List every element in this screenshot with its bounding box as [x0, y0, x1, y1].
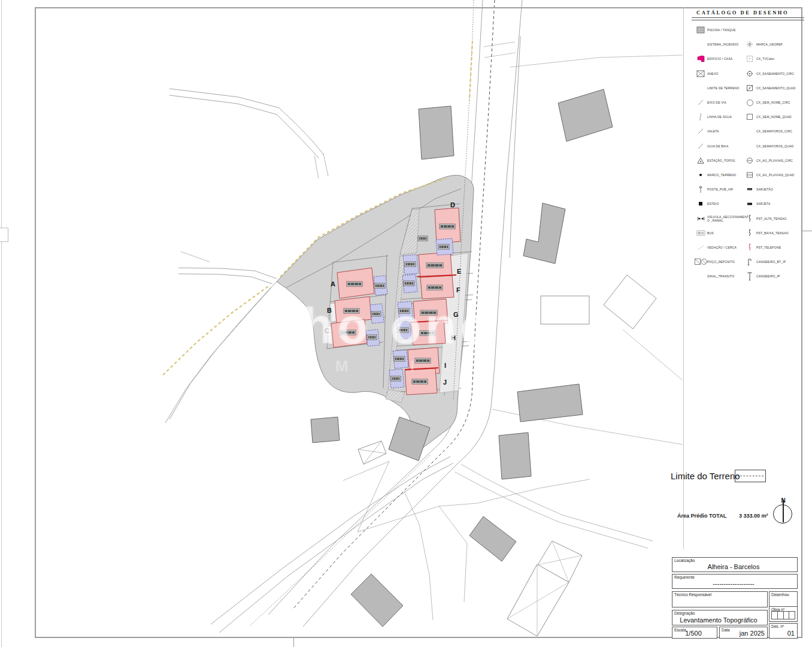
legend-item: PST_TELEFONE: [743, 240, 803, 255]
legend-title-rule: [692, 17, 804, 20]
data-value: jan 2025: [720, 630, 765, 637]
bar2-icon: [743, 200, 756, 207]
legend-item: MARCA_GEOREF: [743, 37, 803, 52]
legend-row: VEDAÇÃO / CERCAPST_TELEFONE: [692, 240, 804, 255]
field-escala: Escala 1/500: [672, 627, 717, 639]
lamptall-icon: [743, 271, 756, 281]
triangle-icon: [694, 157, 707, 164]
fold-mark-bottom: [293, 638, 294, 647]
legend-row: EIXO DE VIACX_SEM_NOME_CIRC: [692, 95, 804, 110]
legend-item-label: CX_AG_PLUVIAIS_QUAD: [756, 173, 799, 177]
legend-item-label: CX_AG_PLUVIAIS_CIRC: [756, 159, 799, 162]
bus-icon: BUS: [694, 229, 707, 237]
des-numero-label: Des. nº: [771, 624, 784, 628]
legend-item: CX_SANEAMENTO_CIRC: [743, 66, 803, 81]
legend-item-label: PISCINA / TANQUE: [707, 28, 750, 32]
legend-item-label: PST_ALTA_TENSAO: [756, 217, 799, 220]
legend-row: ANEXOCX_SANEAMENTO_CIRC: [692, 66, 804, 81]
desenhou-label: Desenhou: [771, 592, 789, 597]
legend-row: BUSBUSPST_BAIXA_TENSAO: [692, 226, 804, 240]
legend-item-label: CX_SANEAMENTO_CIRC: [756, 72, 799, 75]
legend-item: CANDEEIRO_BT_IP: [743, 255, 803, 269]
field-des-numero: Des. nº 01: [769, 623, 798, 639]
georef-icon: [743, 41, 756, 48]
legend-item: CX_AG_PLUVIAIS_CIRC: [743, 153, 803, 168]
building-icon: [694, 55, 707, 62]
legend-row: VÁLVULA_SECCIONAMENTO _RAMALPST_ALTA_TEN…: [692, 211, 804, 225]
requerente-label: Requerente: [674, 575, 695, 579]
field-desenhou: Desenhou: [769, 591, 798, 607]
legend-item: CANDEEIRO_IP: [743, 269, 803, 283]
legend-item: CX_TVCabo: [743, 52, 803, 66]
localizacao-value: Alheira - Barcelos: [672, 563, 795, 570]
field-data: Data jan 2025: [719, 627, 768, 639]
legend-item: PISCINA / TANQUE: [694, 23, 752, 37]
limite-terreno-swatch: [735, 470, 766, 482]
squiggle-icon: [694, 113, 707, 121]
well-icon: [694, 258, 707, 265]
valve-icon: [694, 215, 707, 222]
legend-row: POÇO_DEPOSITOCANDEEIRO_BT_IP: [692, 255, 804, 269]
annex-icon: [694, 70, 707, 77]
legend-panel: CATÁLOGO DE DESENHO PISCINA / TANQUESIST…: [692, 10, 804, 283]
diag-icon: [694, 99, 707, 106]
legend-item-label: PST_TELEFONE: [756, 246, 799, 249]
legend-item: SARJETA: [743, 196, 803, 211]
north-needle: [783, 500, 784, 522]
legend-item-label: CX_SANEAMENTO_QUAD: [756, 86, 799, 90]
bolt-icon: [743, 214, 756, 222]
legend-item: SARJETÃO: [743, 182, 803, 196]
sq-icon: [743, 113, 756, 120]
legend-item-label: CX_SEM_NOME_QUAD: [756, 115, 799, 119]
legend-item-label: SARJETÃO: [756, 188, 799, 191]
legend-item: CX_AG_PLUVIAIS_QUAD: [743, 168, 803, 182]
legend-item-label: CX_SEMAFOROS_CIRC: [756, 129, 799, 133]
pole-icon: [694, 186, 707, 194]
des-numero-value: 01: [769, 630, 795, 637]
dashed-line-sample: [737, 476, 763, 476]
legend-row: VALETACX_SEMAFOROS_CIRC: [692, 124, 804, 138]
bar-icon: [743, 186, 756, 193]
gearc-icon: [743, 70, 756, 77]
legend-row: MARCO_TERRENOCX_AG_PLUVIAIS_QUAD: [692, 168, 804, 182]
diag-icon: [694, 128, 707, 135]
legend-row: ESTAÇÃO_TOPOGCX_AG_PLUVIAIS_CIRC: [692, 153, 804, 168]
fold-mark-left: [0, 228, 8, 242]
legend-item-label: CX_SEMAFOROS_QUAD: [756, 144, 799, 148]
field-designacao: Designação Levantamento Topográfico: [672, 610, 768, 625]
pool-icon: [694, 26, 707, 34]
diag-icon: [694, 143, 707, 150]
limite-terreno-label: Limite do Terreno: [671, 471, 740, 481]
legend-row: SINAL_TRANSITOCANDEEIRO_IP: [692, 269, 804, 283]
sqfill-icon: [694, 200, 707, 207]
field-tecnico: Técnico Responsável: [672, 591, 768, 607]
legend-item: CX_SEM_NOME_CIRC: [743, 95, 803, 110]
svg-text:BUS: BUS: [698, 232, 703, 235]
cminus-icon: [743, 157, 756, 164]
obra-number-cells: [771, 611, 795, 619]
legend-row: EDIFICIO / CASACX_TVCabo: [692, 52, 804, 66]
sqdiag-icon: [743, 84, 756, 92]
fence-icon: [694, 244, 707, 251]
field-obra: Obra nº: [769, 606, 798, 622]
dotsq-icon: [743, 55, 756, 62]
legend-item-label: CX_SEM_NOME_CIRC: [756, 101, 799, 104]
designacao-value: Levantamento Topográfico: [672, 616, 765, 624]
legend-item-label: CX_TVCabo: [756, 57, 799, 61]
legend-item: CX_SEMAFOROS_CIRC: [743, 124, 803, 138]
legend-item: CX_SANEAMENTO_QUAD: [743, 81, 803, 95]
legend-item: PST_ALTA_TENSAO: [743, 211, 803, 225]
legend-row: LIMITE DE TERRENOCX_SANEAMENTO_QUAD: [692, 81, 804, 95]
drawing-sheet: { "catalog": { "title": "CATÁLOGO DE DES…: [0, 0, 812, 647]
boltred-icon: [743, 243, 756, 251]
sheet-outer-edge: [1, 0, 2, 647]
legend-item-label: SARJETA: [756, 202, 799, 205]
legend-item: CX_SEM_NOME_QUAD: [743, 110, 803, 124]
legend-title: CATÁLOGO DE DESENHO: [692, 10, 804, 16]
north-arrow: N: [772, 498, 794, 526]
legend-row: POSTE_PUB_INFSARJETÃO: [692, 182, 804, 196]
legend-item-label: PST_BAIXA_TENSAO: [756, 231, 799, 235]
area-predio-label: Área Prédio TOTAL: [677, 513, 726, 519]
lamp-icon: [743, 258, 756, 266]
sheet-frame: [35, 7, 802, 638]
